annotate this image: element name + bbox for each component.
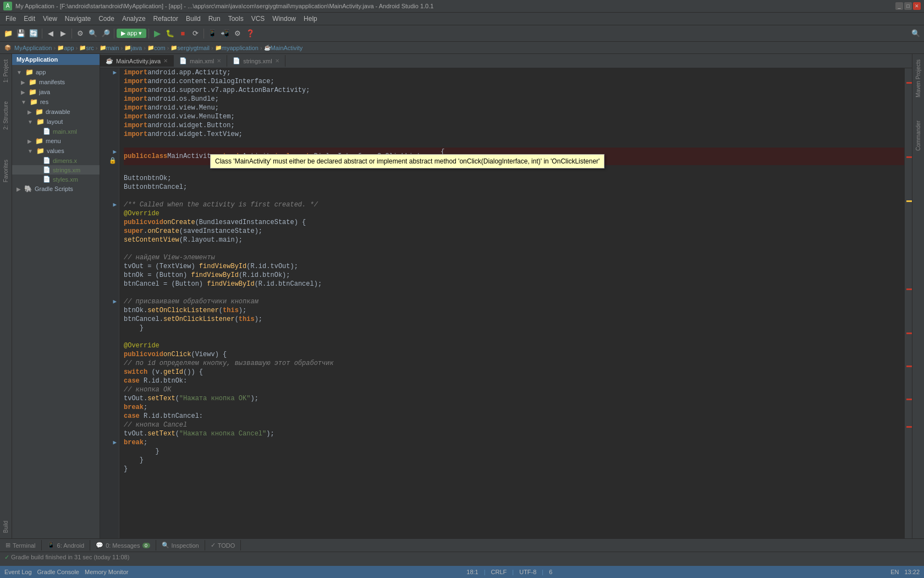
tab-mainxml[interactable]: 📄 main.xml ✕ [174,55,227,67]
menu-edit[interactable]: Edit [20,14,38,24]
stop-btn[interactable]: ■ [177,28,189,40]
code-line-6: import android.view.MenuItem; [124,112,904,121]
code-line-15: /** Called when the activity is first cr… [124,200,904,209]
fold-layout[interactable]: ▼ [28,119,33,125]
messages-tab[interactable]: 💬 0: Messages 0 [90,540,156,550]
android-tab[interactable]: 📱 6: Android [42,540,91,550]
todo-tab[interactable]: ✓ TODO [205,540,241,550]
bc-src[interactable]: src [86,45,94,51]
code-content-area[interactable]: Class 'MainActivity' must either be decl… [119,68,904,538]
tree-item-res[interactable]: ▼ 📁 res [12,97,100,107]
menu-help[interactable]: Help [300,14,321,24]
tab-mainxml-close[interactable]: ✕ [217,58,221,64]
bc-sergiygtmail[interactable]: sergiygtmail [177,45,210,51]
tab-mainactivity-close[interactable]: ✕ [163,58,168,64]
structure-tab-btn[interactable]: 2: Structure [1,98,10,133]
toolbar-btn-3[interactable]: ⚙ [74,28,86,40]
title-bar: A My Application - [F:\android\startandr… [0,0,924,13]
project-tree[interactable]: ▼ 📁 app ▶ 📁 manifests ▶ 📁 java ▼ 📁 res ▶ [12,65,100,538]
menu-tools[interactable]: Tools [225,14,247,24]
tree-item-drawable[interactable]: ▶ 📁 drawable [12,107,100,117]
tree-item-mainxml[interactable]: 📄 main.xml [12,127,100,136]
menu-navigate[interactable]: Navigate [62,14,94,24]
close-button[interactable]: ✕ [913,2,921,10]
toolbar-help-btn[interactable]: ❓ [244,28,256,40]
favorites-tab-btn[interactable]: Favorites [1,156,10,186]
ln-27 [113,315,117,324]
debug-btn[interactable]: 🐛 [164,28,176,40]
menu-view[interactable]: View [40,14,61,24]
bc-myapplication[interactable]: MyApplication [14,45,52,51]
tree-item-values[interactable]: ▼ 📁 values [12,146,100,156]
status-encoding[interactable]: UTF-8 [519,569,536,575]
tree-item-gradle[interactable]: ▶ 🐘 Gradle Scripts [12,184,100,194]
menu-vcs[interactable]: VCS [248,14,268,24]
bc-java[interactable]: java [131,45,142,51]
menu-refactor[interactable]: Refactor [150,14,182,24]
status-position: 18:1 [466,569,478,575]
terminal-tab[interactable]: ⊞ Terminal [0,540,42,550]
run-config-dropdown[interactable]: ▶ app ▾ [117,29,146,38]
tree-item-java[interactable]: ▶ 📁 java [12,87,100,97]
run-btn[interactable]: ▶ [151,28,163,40]
menu-code[interactable]: Code [95,14,118,24]
tree-item-layout[interactable]: ▼ 📁 layout [12,117,100,127]
toolbar-save-btn[interactable]: 💾 [15,28,27,40]
status-crlf[interactable]: CRLF [491,569,507,575]
tab-stringsxml-close[interactable]: ✕ [275,58,279,64]
maven-tab-btn[interactable]: Maven Projects [914,56,923,101]
bc-myapplication2[interactable]: myapplication [222,45,258,51]
fold-drawable[interactable]: ▶ [28,109,32,115]
menu-analyze[interactable]: Analyze [119,14,149,24]
tab-stringsxml[interactable]: 📄 strings.xml ✕ [227,55,285,67]
toolbar-avd-btn[interactable]: 📲 [219,28,231,40]
toolbar-forward-btn[interactable]: ▶ [57,28,69,40]
ln-26 [113,306,117,315]
status-event-log[interactable]: Event Log [4,569,32,575]
folder-icon-res: 📁 [30,98,38,106]
toolbar-search-btn[interactable]: 🔍 [910,28,922,40]
menu-window[interactable]: Window [269,14,299,24]
app-icon: A [3,2,12,10]
tree-item-styles[interactable]: 📄 styles.xm [12,175,100,184]
menu-build[interactable]: Build [183,14,204,24]
status-gradle-console[interactable]: Gradle Console [37,569,79,575]
toolbar-btn-5[interactable]: 🔎 [100,28,112,40]
bc-mainactivity[interactable]: MainActivity [271,45,303,51]
bc-main[interactable]: main [106,45,119,51]
tree-item-strings[interactable]: 📄 strings.xm [12,165,100,175]
maximize-button[interactable]: □ [904,2,912,10]
build-tab-btn[interactable]: Build [1,517,10,536]
toolbar-settings-btn[interactable]: ⚙ [232,28,244,40]
build-status-text: Gradle build finished in 31 sec (today 1… [11,554,129,560]
fold-res[interactable]: ▼ [21,99,26,105]
commander-tab-btn[interactable]: Commander [914,117,923,154]
toolbar-btn-sync2[interactable]: ⟳ [189,28,201,40]
fold-gradle[interactable]: ▶ [16,186,21,192]
menu-run[interactable]: Run [205,14,224,24]
tree-item-menu[interactable]: ▶ 📁 menu [12,136,100,146]
fold-menu[interactable]: ▶ [28,138,32,144]
toolbar-sdk-btn[interactable]: 📱 [206,28,218,40]
tab-mainactivity[interactable]: ☕ MainActivity.java ✕ [100,55,174,67]
toolbar-sync-btn[interactable]: 🔄 [28,28,40,40]
tree-item-app[interactable]: ▼ 📁 app [12,67,100,77]
bc-app[interactable]: app [64,45,74,51]
fold-java[interactable]: ▶ [21,89,25,95]
code-line-27: btnOk.setOnClickListener(this); [124,306,904,315]
error-scrollbar-track[interactable] [904,68,912,538]
fold-app[interactable]: ▼ [16,69,22,75]
toolbar-back-btn[interactable]: ◀ [45,28,57,40]
tree-item-dimens[interactable]: 📄 dimens.x [12,156,100,165]
inspection-tab[interactable]: 🔍 Inspection [156,540,205,550]
bc-com[interactable]: com [154,45,166,51]
project-tab-btn[interactable]: 1: Project [1,56,10,86]
fold-values[interactable]: ▼ [28,148,33,154]
status-memory-monitor[interactable]: Memory Monitor [85,569,128,575]
toolbar-project-btn[interactable]: 📁 [2,28,14,40]
tree-item-manifests[interactable]: ▶ 📁 manifests [12,77,100,87]
toolbar-btn-4[interactable]: 🔍 [87,28,99,40]
fold-manifests[interactable]: ▶ [21,79,25,85]
menu-file[interactable]: File [2,14,19,24]
minimize-button[interactable]: _ [895,2,903,10]
